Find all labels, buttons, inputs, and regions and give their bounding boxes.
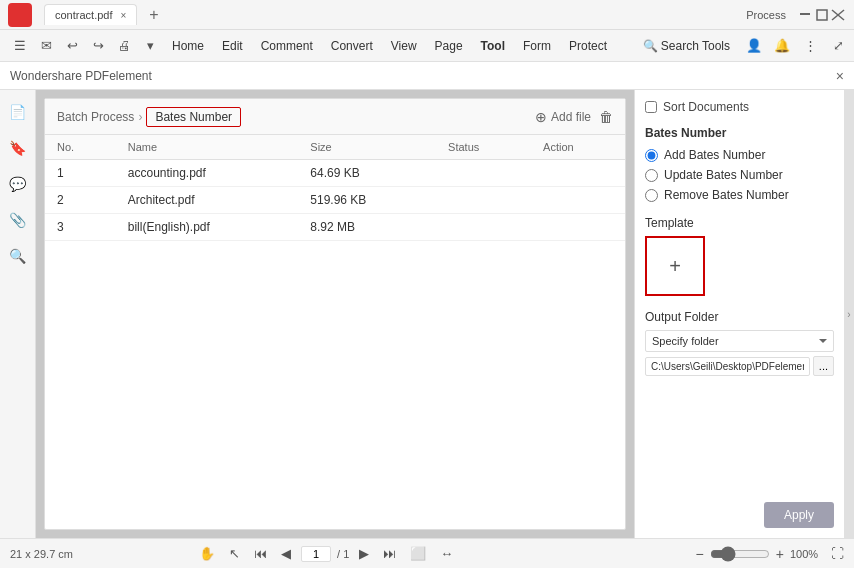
output-folder-label: Output Folder (645, 310, 834, 324)
radio-add-input[interactable] (645, 149, 658, 162)
col-name: Name (116, 135, 299, 160)
undo-button[interactable]: ↩ (60, 34, 84, 58)
fit-page-button[interactable]: ⬜ (406, 544, 430, 563)
add-circle-icon: ⊕ (535, 109, 547, 125)
menu-bar: ☰ ✉ ↩ ↪ 🖨 ▾ Home Edit Comment Convert Vi… (0, 30, 854, 62)
title-bar: contract.pdf × + Process (0, 0, 854, 30)
title-bar-close: × (836, 68, 844, 84)
delete-button[interactable]: 🗑 (599, 109, 613, 125)
cell-size: 64.69 KB (298, 160, 436, 187)
cell-status (436, 160, 531, 187)
tab-close-icon[interactable]: × (120, 10, 126, 21)
radio-remove-input[interactable] (645, 189, 658, 202)
dimensions-text: 21 x 29.7 cm (10, 548, 73, 560)
select-tool-button[interactable]: ↖ (225, 544, 244, 563)
email-button[interactable]: ✉ (34, 34, 58, 58)
first-page-button[interactable]: ⏮ (250, 544, 271, 563)
user-icon-button[interactable]: 👤 (742, 34, 766, 58)
sidebar-item-search[interactable]: 🔍 (4, 242, 32, 270)
more-button[interactable]: ▾ (138, 34, 162, 58)
file-table-container: No. Name Size Status Action 1 accounting… (45, 135, 625, 241)
search-tools-button[interactable]: 🔍 Search Tools (635, 36, 738, 56)
template-label: Template (645, 216, 834, 230)
last-page-button[interactable]: ⏭ (379, 544, 400, 563)
process-label: Process (746, 9, 786, 21)
fit-width-button[interactable]: ↔ (436, 544, 457, 563)
menu-convert[interactable]: Convert (323, 36, 381, 56)
bookmark-icon: 🔖 (9, 140, 26, 156)
apply-button[interactable]: Apply (764, 502, 834, 528)
menu-home[interactable]: Home (164, 36, 212, 56)
menu-comment[interactable]: Comment (253, 36, 321, 56)
zoom-out-button[interactable]: − (696, 546, 704, 562)
add-file-label: Add file (551, 110, 591, 124)
overflow-button[interactable]: ⋮ (798, 34, 822, 58)
sort-documents-label: Sort Documents (663, 100, 749, 114)
sidebar-item-bookmarks[interactable]: 🔖 (4, 134, 32, 162)
menu-bar-right: 🔍 Search Tools 👤 🔔 ⋮ ⤢ (635, 34, 850, 58)
notification-button[interactable]: 🔔 (770, 34, 794, 58)
file-icon: ☰ (14, 38, 26, 53)
template-plus-icon: + (669, 255, 681, 278)
table-row: 2 Architect.pdf 519.96 KB (45, 187, 625, 214)
cell-status (436, 214, 531, 241)
print-button[interactable]: 🖨 (112, 34, 136, 58)
cell-no: 1 (45, 160, 116, 187)
cell-status (436, 187, 531, 214)
menu-protect[interactable]: Protect (561, 36, 615, 56)
zoom-in-button[interactable]: + (776, 546, 784, 562)
comment-icon: 💬 (9, 176, 26, 192)
cell-size: 519.96 KB (298, 187, 436, 214)
next-page-button[interactable]: ▶ (355, 544, 373, 563)
content-area: Entire Agreement Batch Process › Bates N… (36, 90, 634, 538)
col-action: Action (531, 135, 625, 160)
current-page-input[interactable] (301, 546, 331, 562)
radio-add: Add Bates Number (645, 148, 834, 162)
folder-path-input[interactable] (645, 357, 810, 376)
cell-name: Architect.pdf (116, 187, 299, 214)
template-add-button[interactable]: + (645, 236, 705, 296)
menu-view[interactable]: View (383, 36, 425, 56)
sidebar-item-comments[interactable]: 💬 (4, 170, 32, 198)
radio-update-input[interactable] (645, 169, 658, 182)
radio-remove-label: Remove Bates Number (664, 188, 789, 202)
radio-add-label: Add Bates Number (664, 148, 765, 162)
minimize-icon (800, 13, 810, 15)
file-menu-button[interactable]: ☰ (8, 34, 32, 58)
attachment-icon: 📎 (9, 212, 26, 228)
add-file-button[interactable]: ⊕ Add file (535, 109, 591, 125)
page-total-label: / 1 (337, 548, 349, 560)
redo-button[interactable]: ↪ (86, 34, 110, 58)
output-folder-section: Output Folder Specify folder ... (645, 310, 834, 376)
menu-page[interactable]: Page (427, 36, 471, 56)
document-tab[interactable]: contract.pdf × (44, 4, 137, 25)
menu-edit[interactable]: Edit (214, 36, 251, 56)
sidebar-item-attachments[interactable]: 📎 (4, 206, 32, 234)
menu-tool[interactable]: Tool (473, 36, 513, 56)
zoom-slider[interactable] (710, 546, 770, 562)
prev-page-button[interactable]: ◀ (277, 544, 295, 563)
breadcrumb-separator: › (138, 110, 142, 124)
breadcrumb-current[interactable]: Bates Number (146, 107, 241, 127)
full-screen-button[interactable]: ⛶ (831, 546, 844, 561)
folder-browse-button[interactable]: ... (813, 356, 834, 376)
sort-documents-checkbox[interactable] (645, 101, 657, 113)
folder-type-select[interactable]: Specify folder (645, 330, 834, 352)
folder-path-row: ... (645, 356, 834, 376)
radio-remove: Remove Bates Number (645, 188, 834, 202)
app-icon (8, 3, 32, 27)
add-tab-button[interactable]: + (143, 6, 164, 24)
panel-close-button[interactable]: × (836, 68, 844, 84)
sidebar-item-pages[interactable]: 📄 (4, 98, 32, 126)
cell-no: 3 (45, 214, 116, 241)
cell-size: 8.92 MB (298, 214, 436, 241)
app-title-bar: Wondershare PDFelement × (0, 62, 854, 90)
file-table: No. Name Size Status Action 1 accounting… (45, 135, 625, 241)
window-buttons[interactable] (800, 8, 846, 22)
pages-icon: 📄 (9, 104, 26, 120)
menu-form[interactable]: Form (515, 36, 559, 56)
hand-tool-button[interactable]: ✋ (195, 544, 219, 563)
expand-button[interactable]: ⤢ (826, 34, 850, 58)
right-expand-handle[interactable]: › (844, 90, 854, 538)
template-section: Template + (645, 216, 834, 296)
